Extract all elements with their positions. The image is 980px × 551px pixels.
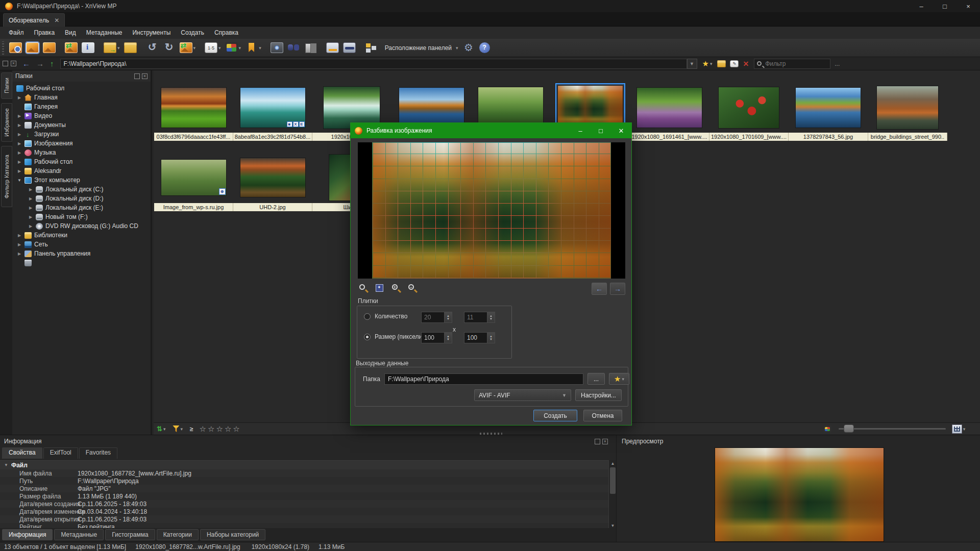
zoom-original-button[interactable] [358, 283, 370, 294]
menu-file[interactable]: Файл [4, 28, 29, 38]
fit-to-window-button[interactable] [374, 283, 386, 294]
tree-item-disk-e[interactable]: ▶Локальный диск (E:) [28, 203, 103, 212]
expand-icon[interactable]: ▶ [17, 169, 22, 173]
rotate-left-button[interactable]: ↺ [144, 40, 160, 56]
label-button[interactable]: ▾ [243, 40, 263, 56]
chevron-down-icon[interactable]: ▾ [180, 427, 183, 432]
path-dropdown-button[interactable]: ▼ [687, 59, 697, 69]
tree-item-home[interactable]: ▶Главная [17, 93, 58, 102]
file-label[interactable]: 03f8cd3f6796daaacc1fe43ff... [154, 133, 233, 141]
thumbnail-8[interactable] [709, 83, 788, 132]
tree-item-user-folder[interactable]: ▶Aleksandr [17, 166, 61, 176]
print-button[interactable] [325, 40, 340, 56]
float-panel-icon[interactable] [134, 73, 140, 79]
tree-item-disk-d[interactable]: ▶Локальный диск (D:) [28, 194, 104, 203]
previous-image-button[interactable]: ← [592, 283, 607, 295]
count-height-input[interactable] [464, 312, 487, 323]
tree-item-desktop-root[interactable]: Рабочий стол [16, 84, 64, 93]
thumbnail-2[interactable]: ■ X E [233, 83, 312, 132]
tab-properties[interactable]: Свойства [2, 447, 42, 459]
tree-item-pictures[interactable]: ▶Изображения [17, 139, 72, 148]
tab-favorites[interactable]: Favorites [79, 447, 117, 459]
expand-icon[interactable]: ▶ [28, 224, 33, 229]
output-folder-input[interactable] [384, 373, 583, 385]
tab-categories[interactable]: Категории [157, 529, 199, 540]
tree-item-music[interactable]: ▶Музыка [17, 148, 56, 157]
tree-item-libraries[interactable]: ▶Библиотеки [17, 231, 67, 240]
expand-icon[interactable]: ▶ [17, 233, 22, 238]
filter-more-button[interactable]: ... [835, 60, 840, 67]
dialog-minimize-button[interactable]: – [570, 123, 591, 138]
thumbnail-9[interactable] [789, 83, 867, 132]
capture-button[interactable] [269, 40, 285, 56]
tab-histogram[interactable]: Гистограмма [105, 529, 155, 540]
tree-item-control-panel[interactable]: ▶Панель управления [17, 249, 90, 258]
forward-button[interactable]: → [36, 59, 44, 68]
close-panel-icon[interactable]: × [602, 439, 608, 444]
dialog-title-bar[interactable]: Разбивка изображения – □ ✕ [351, 123, 631, 138]
size-width-input[interactable] [421, 332, 445, 343]
next-image-button[interactable]: → [610, 283, 625, 295]
expand-icon[interactable]: ▶ [17, 132, 22, 137]
file-info-button[interactable] [80, 40, 96, 56]
format-settings-button[interactable]: Настройки... [575, 389, 622, 401]
spinner-arrows-icon[interactable]: ▲▼ [487, 312, 495, 323]
expand-icon[interactable]: ▶ [17, 151, 22, 155]
properties-scrollbar[interactable]: ▲ ▼ [608, 460, 616, 529]
tree-item-disk-f[interactable]: ▶Новый том (F:) [28, 212, 88, 221]
tree-item-recycle-bin[interactable] [17, 258, 34, 267]
panel-layout-dropdown[interactable]: Расположение панелей▾ [380, 40, 460, 56]
spinner-arrows-icon[interactable]: ▲▼ [487, 332, 495, 343]
tree-item-dvd[interactable]: ▶DVD RW дисковод (G:) Audio CD [28, 221, 138, 231]
thumbnail-11[interactable]: ⊕ [154, 153, 233, 202]
format-dropdown[interactable]: AVIF - AVIF▼ [474, 389, 571, 401]
edit-path-icon[interactable]: ✎ [730, 60, 739, 67]
thumbnail-12[interactable] [233, 153, 312, 202]
expand-icon[interactable]: ▶ [28, 215, 33, 219]
expand-icon[interactable]: ▶ [28, 206, 33, 210]
file-label[interactable]: 1378297843_56.jpg [789, 133, 868, 141]
new-folder-icon[interactable] [717, 60, 726, 67]
file-label[interactable]: 1920x1080_1691461_[www.... [630, 133, 709, 141]
sidebar-tab-folders[interactable]: Папки [1, 72, 12, 99]
expand-icon[interactable]: ▶ [17, 114, 22, 118]
tab-browser[interactable]: Обозреватель ✕ [3, 13, 65, 27]
sidebar-tab-favorites[interactable]: Избранное [1, 103, 12, 142]
search-button[interactable] [286, 40, 302, 56]
minimize-button[interactable]: – [910, 0, 933, 12]
scrollbar-thumb[interactable] [610, 467, 616, 494]
maximize-button[interactable]: □ [933, 0, 957, 12]
sort-button[interactable]: 1·5▾ [203, 40, 223, 56]
help-button[interactable]: ? [478, 40, 492, 56]
tree-item-this-pc[interactable]: ▼Этот компьютер [17, 176, 80, 185]
thumbnail-7[interactable] [630, 83, 708, 132]
convert-button[interactable] [63, 40, 79, 56]
close-panel-icon[interactable]: × [11, 61, 16, 66]
up-button[interactable]: ↑ [50, 59, 54, 68]
create-button[interactable]: Создать [533, 410, 577, 421]
panels-toggle-button[interactable] [363, 40, 379, 56]
cancel-button[interactable]: Отмена [583, 410, 622, 421]
browser-button[interactable] [8, 40, 23, 56]
spinner-arrows-icon[interactable]: ▲▼ [445, 332, 452, 343]
tree-item-gallery[interactable]: Галерея [17, 102, 58, 111]
viewer-button[interactable] [41, 40, 57, 56]
thumbnail-size-slider[interactable] [839, 428, 946, 430]
move-to-folder-button[interactable] [122, 40, 138, 56]
filter-input[interactable] [764, 60, 820, 68]
favorite-star-button[interactable]: ★ [702, 59, 709, 68]
collapse-icon[interactable]: ▼ [17, 178, 22, 183]
tree-item-disk-c[interactable]: ▶Локальный диск (C:) [28, 185, 104, 194]
slider-handle[interactable] [844, 424, 854, 433]
size-radio[interactable] [364, 334, 371, 340]
scan-button[interactable] [341, 40, 357, 56]
chevron-down-icon[interactable]: ▾ [963, 427, 966, 432]
fullscreen-button[interactable] [24, 40, 40, 56]
tree-item-video[interactable]: ▶Видео [17, 111, 52, 120]
file-label[interactable]: Image_from_wp-s.ru.jpg [154, 203, 233, 211]
scroll-up-icon[interactable]: ▲ [609, 460, 617, 467]
menu-help[interactable]: Справка [210, 28, 243, 38]
back-button[interactable]: ← [22, 59, 30, 68]
expand-icon[interactable]: ▶ [17, 242, 22, 247]
favorite-folder-button[interactable]: ★▾ [609, 373, 629, 385]
